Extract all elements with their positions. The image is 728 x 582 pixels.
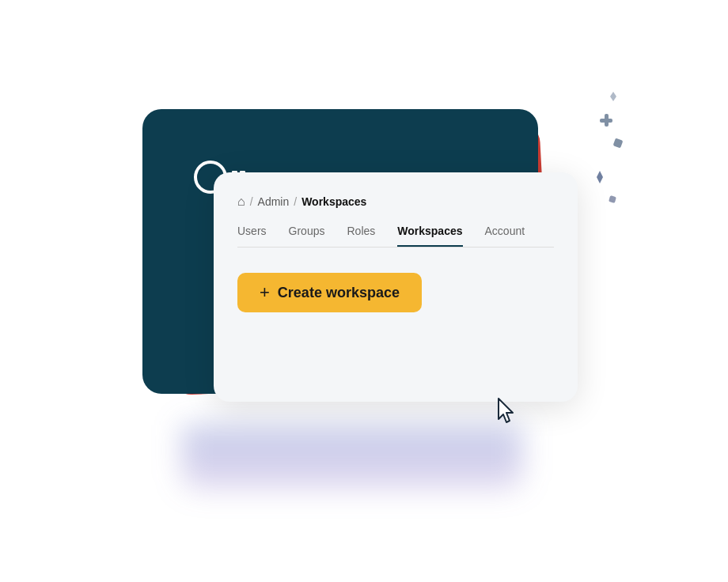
create-workspace-button[interactable]: + Create workspace <box>237 273 422 312</box>
svg-marker-0 <box>610 92 616 101</box>
home-icon[interactable]: ⌂ <box>237 195 245 209</box>
tab-account[interactable]: Account <box>485 225 525 247</box>
nav-tabs: Users Groups Roles Workspaces Account <box>237 225 554 248</box>
breadcrumb-current: Workspaces <box>301 195 366 208</box>
tab-groups[interactable]: Groups <box>289 225 325 247</box>
svg-rect-1 <box>605 114 609 127</box>
breadcrumb-sep-1: / <box>250 195 253 208</box>
main-scene: ⌂ / Admin / Workspaces Users Groups Role… <box>119 85 609 497</box>
plus-icon: + <box>260 284 270 301</box>
cursor-icon <box>495 397 521 427</box>
tab-users[interactable]: Users <box>237 225 267 247</box>
breadcrumb-sep-2: / <box>294 195 297 208</box>
tab-roles[interactable]: Roles <box>347 225 375 247</box>
svg-rect-5 <box>609 195 616 203</box>
tab-workspaces[interactable]: Workspaces <box>397 225 462 247</box>
svg-rect-2 <box>600 119 612 123</box>
front-panel: ⌂ / Admin / Workspaces Users Groups Role… <box>214 172 578 402</box>
svg-marker-4 <box>597 171 603 183</box>
shadow-gradient <box>182 425 522 489</box>
breadcrumb-admin[interactable]: Admin <box>258 195 290 208</box>
svg-rect-3 <box>613 138 624 149</box>
create-workspace-label: Create workspace <box>278 285 400 301</box>
decorative-shapes <box>570 85 633 228</box>
breadcrumb: ⌂ / Admin / Workspaces <box>237 195 554 209</box>
